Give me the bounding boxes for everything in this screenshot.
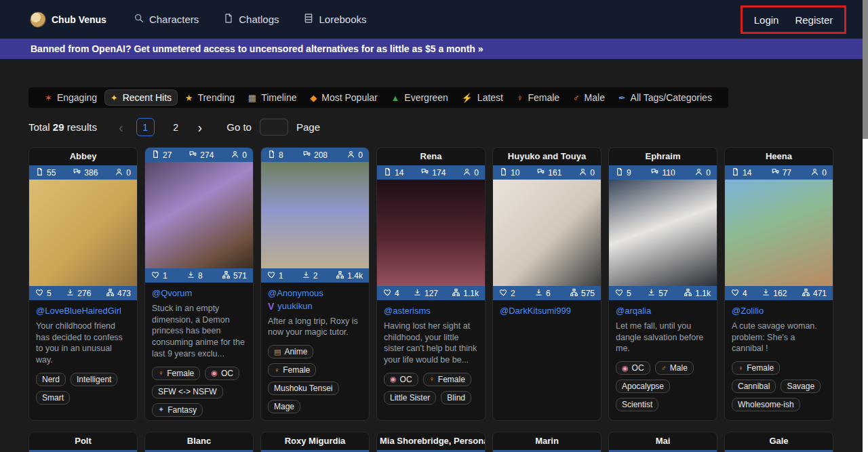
- character-card[interactable]: Blanc: [144, 432, 254, 452]
- tree-icon: ▲: [391, 94, 399, 102]
- tag-chip[interactable]: ♀Female: [732, 361, 780, 375]
- tag-chip[interactable]: Blind: [441, 391, 471, 405]
- register-button[interactable]: Register: [795, 14, 833, 26]
- tag-chip[interactable]: ♀Female: [423, 373, 471, 386]
- tag-chip[interactable]: ♀Female: [268, 363, 316, 377]
- character-card[interactable]: Abbey5538605276473@LoveBlueHairedGirlYou…: [28, 147, 138, 421]
- tag-chip[interactable]: ◉OC: [384, 373, 418, 386]
- page-button-1[interactable]: 1: [136, 118, 155, 136]
- person-icon: [694, 167, 703, 178]
- tab-engaging[interactable]: ✶Engaging: [39, 90, 102, 105]
- card-author-link[interactable]: @arqalia: [616, 305, 710, 318]
- character-card[interactable]: Ephraim911005571.1k@arqaliaLet me fall, …: [608, 147, 717, 421]
- heart-icon: [615, 288, 624, 299]
- tab-most-popular[interactable]: ◆Most Popular: [304, 90, 382, 105]
- tag-chip[interactable]: Mushoku Tensei: [268, 382, 339, 395]
- tag-chip[interactable]: ♀Female: [152, 367, 200, 380]
- nav-item-characters[interactable]: Characters: [134, 13, 199, 26]
- tab-all-tags-categories[interactable]: ✒All Tags/Categories: [613, 90, 717, 105]
- tag-chip[interactable]: Smart: [36, 391, 70, 405]
- stat-value: 2: [313, 271, 318, 281]
- tag-chip[interactable]: Nerd: [36, 373, 66, 386]
- stat-favorites: 1: [151, 270, 167, 281]
- tag-chip[interactable]: Mage: [268, 400, 300, 413]
- character-card[interactable]: Gale: [724, 432, 833, 452]
- tag-label: Mage: [274, 402, 294, 411]
- card-stat-bar: 101610: [493, 165, 601, 180]
- card-author-link[interactable]: @DarkKitsumi999: [500, 305, 594, 318]
- tag-label: Savage: [787, 382, 814, 391]
- character-card[interactable]: Marin: [492, 432, 601, 452]
- character-card[interactable]: Rena14174041271.1k@asterismsHaving lost …: [376, 147, 486, 421]
- character-card[interactable]: Roxy Migurdia: [260, 432, 370, 452]
- stat-pages: 27: [151, 150, 172, 161]
- tag-chip[interactable]: Little Sister: [384, 391, 436, 405]
- tab-male[interactable]: ♂Male: [568, 90, 610, 105]
- tag-label: Wholesome-ish: [738, 400, 794, 409]
- card-author-link[interactable]: @LoveBlueHairedGirl: [36, 305, 130, 318]
- card-author-link[interactable]: @Anonymous: [268, 287, 362, 300]
- stat-value: 10: [511, 168, 519, 178]
- promo-banner[interactable]: Banned from OpenAI? Get unmetered access…: [0, 39, 868, 59]
- login-button[interactable]: Login: [754, 14, 779, 26]
- next-page-chevron-icon[interactable]: ›: [191, 121, 210, 134]
- card-description: Let me fall, until you dangle salvation …: [616, 321, 710, 354]
- tag-chip[interactable]: Scientist: [616, 398, 658, 411]
- card-author-link[interactable]: @asterisms: [384, 305, 478, 318]
- character-card[interactable]: Polt: [28, 432, 138, 452]
- card-title: Blanc: [145, 432, 253, 450]
- character-card[interactable]: Heena147704162471@ZolilioA cute savage w…: [724, 147, 833, 421]
- brand-logo[interactable]: Chub Venus: [30, 12, 106, 28]
- tag-chip[interactable]: ◉OC: [616, 361, 650, 375]
- character-card[interactable]: Mia Shorebridge, Personal: [376, 432, 486, 452]
- card-stat-bar: 82080: [261, 148, 369, 162]
- card-author-link[interactable]: Vyuukikun: [268, 300, 362, 313]
- goto-page-input[interactable]: [260, 119, 288, 136]
- nav-item-chatlogs[interactable]: Chatlogs: [223, 13, 279, 26]
- stat-forks: 1.1k: [684, 288, 711, 299]
- stat-value: 473: [117, 289, 131, 298]
- tab-timeline[interactable]: ▦Timeline: [243, 90, 302, 105]
- card-description: After a long trip, Roxy is now your magi…: [268, 316, 362, 339]
- doc-icon: [151, 150, 160, 161]
- tag-chip[interactable]: ▤Anime: [268, 345, 313, 358]
- scrollbar-thumb[interactable]: [863, 0, 868, 139]
- character-card[interactable]: Ashley27274018571@QvorumStuck in an empt…: [144, 147, 254, 421]
- tag-chip[interactable]: Apocalypse: [616, 379, 670, 393]
- card-stat-bar: 141740: [377, 165, 485, 180]
- tag-chip[interactable]: ◉OC: [205, 367, 239, 380]
- tag-chip[interactable]: Intelligent: [71, 373, 117, 386]
- tag-chip[interactable]: ✦Fantasy: [152, 403, 203, 417]
- page-scrollbar[interactable]: [863, 0, 868, 452]
- promo-banner-link[interactable]: Banned from OpenAI? Get unmetered access…: [31, 43, 484, 54]
- female-emoji: ♀: [274, 367, 279, 374]
- tag-chip[interactable]: ♂Male: [655, 361, 694, 375]
- tag-chip[interactable]: Cannibal: [732, 379, 776, 393]
- character-card[interactable]: Huyuko and Touya10161026575@DarkKitsumi9…: [492, 147, 601, 421]
- tab-female[interactable]: ♀Female: [511, 90, 565, 105]
- search-icon: [134, 13, 144, 26]
- tab-recent-hits[interactable]: ✦Recent Hits: [105, 90, 177, 105]
- tab-label: Female: [528, 92, 559, 103]
- tab-latest[interactable]: ⚡Latest: [456, 90, 509, 105]
- brain-emoji: ◉: [211, 369, 218, 377]
- character-card[interactable]: Mai: [608, 432, 717, 452]
- tag-chip[interactable]: Wholesome-ish: [732, 398, 800, 411]
- nav-item-lorebooks[interactable]: Lorebooks: [303, 13, 366, 26]
- character-card[interactable]: Roxy Migurdia82080121.4k@AnonymousVyuuki…: [260, 147, 370, 421]
- chats-icon: [189, 150, 197, 161]
- card-author-link[interactable]: @Zolilio: [732, 305, 826, 318]
- tag-chip[interactable]: SFW <-> NSFW: [152, 385, 223, 398]
- prev-page-chevron-icon[interactable]: ‹: [112, 121, 130, 134]
- tag-label: Scientist: [622, 400, 652, 409]
- stat-value: 14: [395, 168, 403, 178]
- card-artwork-image: [261, 162, 369, 268]
- card-author-link[interactable]: @Qvorum: [152, 287, 246, 300]
- tab-trending[interactable]: ★Trending: [180, 90, 240, 105]
- tag-chip[interactable]: Savage: [781, 379, 821, 393]
- page-button-2[interactable]: 2: [167, 118, 185, 136]
- card-description: A cute savage woman. problem: She's a ca…: [732, 321, 826, 354]
- tab-evergreen[interactable]: ▲Evergreen: [385, 90, 453, 105]
- brain-emoji: ◉: [390, 375, 397, 383]
- tag-label: Female: [747, 363, 774, 373]
